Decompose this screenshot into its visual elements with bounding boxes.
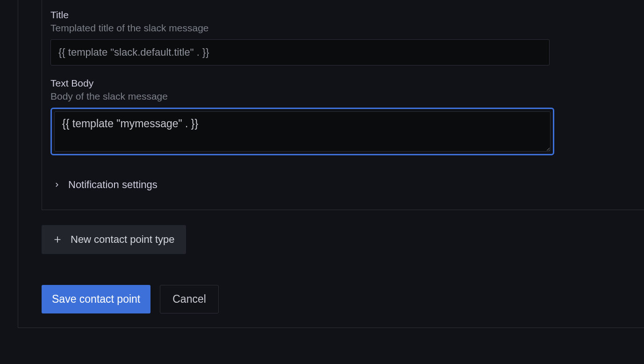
cancel-button[interactable]: Cancel xyxy=(160,285,219,313)
section-panel: Title Templated title of the slack messa… xyxy=(42,0,644,210)
title-label: Title xyxy=(50,9,644,21)
plus-icon xyxy=(53,235,62,244)
text-body-focus-ring xyxy=(50,108,554,155)
save-button[interactable]: Save contact point xyxy=(42,285,150,313)
outer-panel: Title Templated title of the slack messa… xyxy=(18,0,644,328)
title-input[interactable] xyxy=(50,39,550,66)
notification-settings-label: Notification settings xyxy=(68,179,157,191)
title-field-group: Title Templated title of the slack messa… xyxy=(50,9,644,66)
text-body-field-group: Text Body Body of the slack message xyxy=(50,78,644,155)
notification-settings-toggle[interactable]: Notification settings xyxy=(50,174,644,196)
text-body-description: Body of the slack message xyxy=(50,91,644,102)
text-body-label: Text Body xyxy=(50,78,644,89)
new-contact-point-type-label: New contact point type xyxy=(71,233,175,246)
chevron-right-icon xyxy=(53,181,61,189)
title-description: Templated title of the slack message xyxy=(50,22,644,34)
text-body-input[interactable] xyxy=(54,111,551,152)
action-button-row: Save contact point Cancel xyxy=(42,285,644,313)
new-contact-point-type-button[interactable]: New contact point type xyxy=(42,225,186,254)
